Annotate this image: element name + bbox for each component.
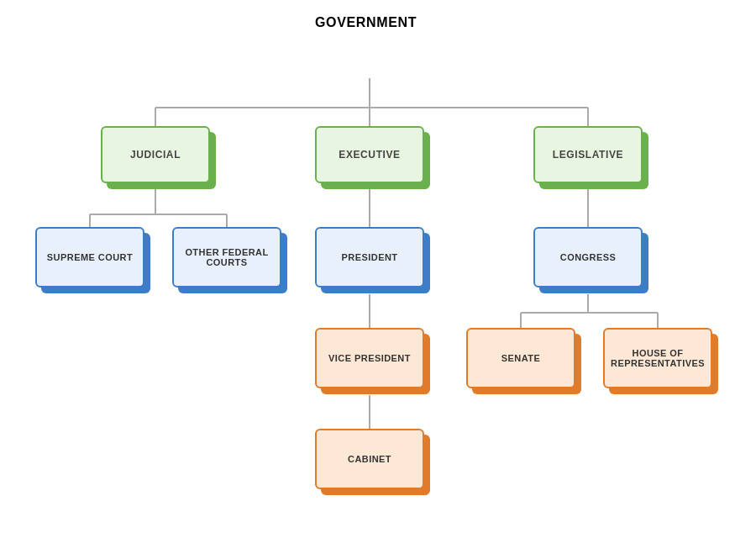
node-house-of-representatives: HOUSE OF REPRESENTATIVES <box>603 328 721 395</box>
card-front-house: HOUSE OF REPRESENTATIVES <box>603 328 712 388</box>
card-front-government: GOVERNMENT <box>315 15 417 30</box>
node-vice-president: VICE PRESIDENT <box>315 328 433 395</box>
card-front-senate: SENATE <box>466 328 575 388</box>
node-president: PRESIDENT <box>315 227 433 294</box>
node-supreme-court: SUPREME COURT <box>35 227 153 294</box>
president-label: PRESIDENT <box>342 252 398 262</box>
card-front-judicial: JUDICIAL <box>101 126 210 183</box>
other-federal-label: OTHER FEDERAL COURTS <box>177 247 276 267</box>
house-label: HOUSE OF REPRESENTATIVES <box>608 348 707 368</box>
node-senate: SENATE <box>466 328 584 395</box>
node-legislative: LEGISLATIVE <box>533 126 651 189</box>
government-label: GOVERNMENT <box>315 15 417 29</box>
node-cabinet: CABINET <box>315 429 433 496</box>
card-front-legislative: LEGISLATIVE <box>533 126 643 183</box>
node-other-federal-courts: OTHER FEDERAL COURTS <box>172 227 290 294</box>
node-congress: CONGRESS <box>533 227 651 294</box>
judicial-label: JUDICIAL <box>130 149 181 161</box>
card-front-executive: EXECUTIVE <box>315 126 424 183</box>
legislative-label: LEGISLATIVE <box>553 149 623 161</box>
card-front-other-federal: OTHER FEDERAL COURTS <box>172 227 281 287</box>
congress-label: CONGRESS <box>560 252 616 262</box>
card-front-cabinet: CABINET <box>315 429 424 489</box>
card-front-president: PRESIDENT <box>315 227 424 287</box>
org-chart: GOVERNMENT JUDICIAL EXECUTIVE LEGISLATIV… <box>0 0 756 538</box>
executive-label: EXECUTIVE <box>339 149 400 161</box>
node-executive: EXECUTIVE <box>315 126 433 189</box>
card-front-supreme-court: SUPREME COURT <box>35 227 144 287</box>
node-judicial: JUDICIAL <box>101 126 218 189</box>
card-front-vp: VICE PRESIDENT <box>315 328 424 388</box>
vp-label: VICE PRESIDENT <box>328 353 411 363</box>
card-front-congress: CONGRESS <box>533 227 643 287</box>
senate-label: SENATE <box>501 353 540 363</box>
supreme-court-label: SUPREME COURT <box>47 252 133 262</box>
node-government: GOVERNMENT <box>315 15 417 30</box>
cabinet-label: CABINET <box>348 454 391 464</box>
